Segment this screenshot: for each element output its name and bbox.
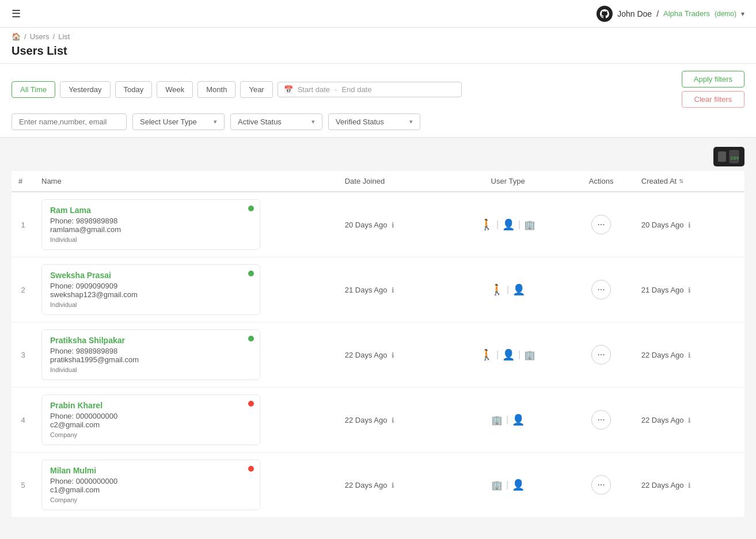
time-btn-week[interactable]: Week (157, 81, 193, 98)
user-phone: Phone: 9898989898 (50, 217, 252, 225)
search-input[interactable] (12, 113, 127, 130)
more-actions-button[interactable]: ··· (591, 280, 611, 299)
more-actions-button[interactable]: ··· (591, 345, 611, 365)
actions-cell: ··· (568, 192, 634, 257)
created-info-icon[interactable]: ℹ (688, 351, 691, 359)
user-card: Ram LamaPhone: 9898989898ramlama@gmail.c… (41, 199, 260, 250)
apply-filters-button[interactable]: Apply filters (682, 71, 744, 88)
date-info-icon[interactable]: ℹ (392, 351, 394, 359)
github-icon (597, 6, 613, 22)
home-icon[interactable]: 🏠 (12, 32, 21, 41)
created-info-icon[interactable]: ℹ (688, 221, 691, 229)
type-sep: | (506, 415, 508, 425)
main-content: CSV # Name Date Joined User Type Actions… (0, 138, 756, 527)
csv-file-icon: CSV (728, 150, 740, 164)
more-actions-button[interactable]: ··· (591, 215, 611, 234)
active-status-dropdown[interactable]: Active Status ▾ (230, 113, 322, 130)
active-status-label: Active Status (238, 117, 282, 126)
status-dot (248, 336, 254, 341)
active-status-chevron-icon: ▾ (311, 118, 315, 126)
filter-row-time: All Time Yesterday Today Week Month Year… (12, 71, 744, 108)
person-icon: 👤 (502, 348, 515, 361)
table-row: 5Milan MulmiPhone: 0000000000c1@gmail.co… (12, 453, 744, 518)
date-info-icon[interactable]: ℹ (392, 481, 394, 489)
building-icon: 🏢 (524, 350, 535, 360)
status-dot (248, 271, 254, 276)
more-actions-button[interactable]: ··· (591, 475, 611, 495)
user-card-cell: Sweksha PrasaiPhone: 0909090909swekshap1… (35, 257, 338, 322)
verified-status-label: Verified Status (336, 117, 384, 126)
user-name[interactable]: Milan Mulmi (50, 466, 252, 475)
page-title: Users List (12, 44, 744, 63)
user-phone: Phone: 9898989898 (50, 347, 252, 355)
col-name: Name (35, 171, 338, 192)
sort-icon[interactable]: ⇅ (679, 178, 683, 184)
filter-buttons: Apply filters Clear filters (682, 71, 744, 108)
breadcrumb-sep1: / (24, 32, 26, 41)
time-btn-alltime[interactable]: All Time (12, 81, 55, 98)
created-at-cell: 22 Days Ago ℹ (635, 453, 744, 518)
user-name[interactable]: Pratiksha Shilpakar (50, 336, 252, 345)
verified-status-chevron-icon: ▾ (409, 118, 413, 126)
user-email: c2@gmail.com (50, 420, 252, 429)
breadcrumb-sep2: / (53, 32, 55, 41)
breadcrumb-list: List (58, 32, 70, 41)
date-range-picker[interactable]: 📅 Start date - End date (278, 82, 462, 97)
clear-filters-button[interactable]: Clear filters (682, 91, 744, 108)
created-at-cell: 22 Days Ago ℹ (635, 388, 744, 453)
date-joined-cell: 22 Days Ago ℹ (338, 388, 448, 453)
created-info-icon[interactable]: ℹ (688, 416, 691, 424)
time-btn-month[interactable]: Month (197, 81, 235, 98)
created-info-icon[interactable]: ℹ (688, 481, 691, 489)
date-joined-cell: 22 Days Ago ℹ (338, 322, 448, 388)
date-info-icon[interactable]: ℹ (392, 221, 394, 229)
separator-slash: / (656, 9, 659, 18)
date-info-icon[interactable]: ℹ (392, 286, 394, 294)
breadcrumb-area: 🏠 / Users / List Users List (0, 28, 756, 64)
actions-cell: ··· (568, 388, 634, 453)
user-name[interactable]: Prabin Kharel (50, 401, 252, 410)
date-info-icon[interactable]: ℹ (392, 416, 394, 424)
user-type-badge: Individual (50, 301, 77, 308)
date-joined-cell: 22 Days Ago ℹ (338, 453, 448, 518)
user-card-cell: Ram LamaPhone: 9898989898ramlama@gmail.c… (35, 192, 338, 257)
user-phone: Phone: 0000000000 (50, 412, 252, 420)
users-table: # Name Date Joined User Type Actions Cre… (12, 171, 744, 518)
building-green-icon: 🏢 (491, 415, 503, 426)
row-number: 2 (12, 257, 35, 322)
person-walk-icon: 🚶 (480, 348, 493, 361)
user-card-cell: Prabin KharelPhone: 0000000000c2@gmail.c… (35, 388, 338, 453)
start-date-placeholder: Start date (298, 85, 330, 94)
status-dot (248, 466, 254, 472)
type-sep: | (496, 350, 499, 360)
user-menu[interactable]: John Doe / Alpha Traders (demo) ▾ (597, 6, 744, 22)
verified-status-dropdown[interactable]: Verified Status ▾ (328, 113, 420, 130)
user-card: Milan MulmiPhone: 0000000000c1@gmail.com… (41, 460, 260, 510)
chevron-down-icon: ▾ (741, 10, 744, 18)
csv-area: CSV (12, 147, 744, 166)
user-name[interactable]: Ram Lama (50, 206, 252, 215)
user-name[interactable]: Sweksha Prasai (50, 271, 252, 280)
date-joined-cell: 20 Days Ago ℹ (338, 192, 448, 257)
row-number: 3 (12, 322, 35, 388)
hamburger-icon[interactable]: ☰ (12, 7, 21, 20)
time-btn-year[interactable]: Year (240, 81, 272, 98)
user-card-cell: Milan MulmiPhone: 0000000000c1@gmail.com… (35, 453, 338, 518)
table-row: 1Ram LamaPhone: 9898989898ramlama@gmail.… (12, 192, 744, 257)
created-info-icon[interactable]: ℹ (688, 286, 691, 294)
user-type-dropdown[interactable]: Select User Type ▾ (132, 113, 225, 130)
type-sep: | (518, 219, 521, 230)
time-btn-yesterday[interactable]: Yesterday (60, 81, 110, 98)
breadcrumb-users[interactable]: Users (30, 32, 50, 41)
demo-label: (demo) (715, 10, 736, 18)
user-phone: Phone: 0000000000 (50, 477, 252, 485)
col-user-type: User Type (448, 171, 568, 192)
more-actions-button[interactable]: ··· (591, 410, 611, 430)
created-at-cell: 21 Days Ago ℹ (635, 257, 744, 322)
user-email: ramlama@gmail.com (50, 225, 252, 234)
csv-export-button[interactable]: CSV (713, 147, 744, 166)
user-type-badge: Company (50, 496, 77, 503)
time-btn-today[interactable]: Today (115, 81, 153, 98)
col-date-joined: Date Joined (338, 171, 448, 192)
user-phone: Phone: 0909090909 (50, 282, 252, 290)
